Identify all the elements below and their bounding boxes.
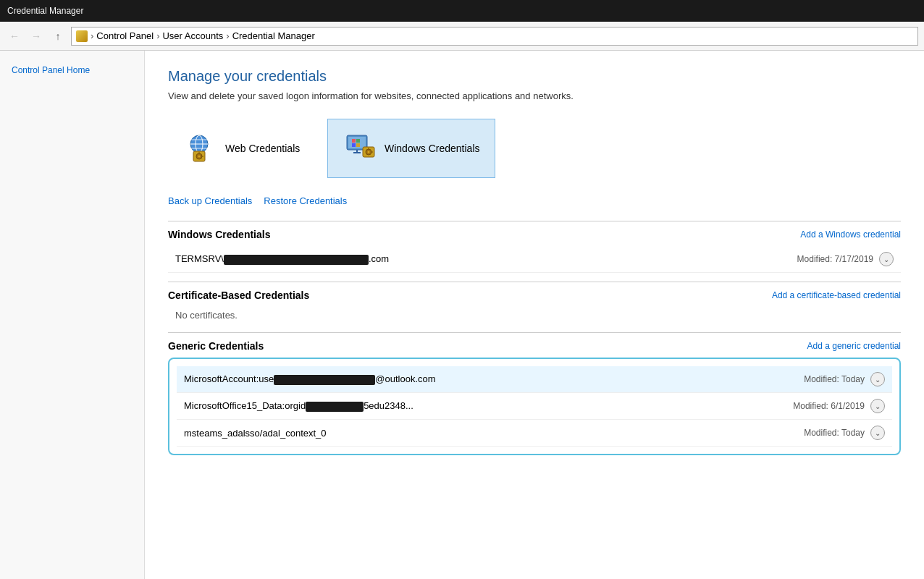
generic-credentials-highlight: MicrosoftAccount:use@outlook.com Modifie… (168, 358, 901, 455)
action-links: Back up Credentials Restore Credentials (168, 195, 901, 206)
sidebar: Control Panel Home (0, 51, 145, 579)
expand-button[interactable]: ⌄ (870, 399, 885, 413)
windows-credentials-section: Windows Credentials Add a Windows creden… (168, 221, 901, 273)
expand-button[interactable]: ⌄ (879, 252, 894, 266)
content-area: Manage your credentials View and delete … (145, 51, 924, 579)
back-button[interactable]: ← (6, 28, 23, 45)
globe-vault-icon (183, 131, 218, 166)
credential-tabs: Web Credentials (168, 119, 901, 178)
generic-credentials-section: Generic Credentials Add a generic creden… (168, 332, 901, 455)
credential-modified: Modified: 7/17/2019 (797, 254, 873, 264)
add-windows-credential-link[interactable]: Add a Windows credential (800, 229, 901, 240)
certificate-credentials-section: Certificate-Based Credentials Add a cert… (168, 282, 901, 324)
tab-web-credentials-label: Web Credentials (225, 143, 300, 154)
credential-name: MicrosoftAccount:use@outlook.com (184, 373, 804, 385)
tab-web-credentials[interactable]: Web Credentials (168, 119, 327, 178)
sidebar-control-panel-home[interactable]: Control Panel Home (0, 62, 144, 78)
restore-link[interactable]: Restore Credentials (264, 195, 347, 206)
title-bar-label: Credential Manager (7, 6, 83, 16)
generic-credentials-header: Generic Credentials Add a generic creden… (168, 340, 901, 352)
redacted-block (274, 375, 375, 385)
windows-credentials-header: Windows Credentials Add a Windows creden… (168, 229, 901, 240)
breadcrumb-user-accounts[interactable]: User Accounts (162, 30, 223, 41)
windows-vault-icon (343, 131, 377, 166)
backup-link[interactable]: Back up Credentials (168, 195, 252, 206)
certificate-credentials-header: Certificate-Based Credentials Add a cert… (168, 290, 901, 301)
breadcrumb-control-panel[interactable]: Control Panel (96, 30, 154, 41)
credential-modified: Modified: Today (804, 428, 865, 438)
title-bar: Credential Manager (0, 0, 924, 22)
svg-rect-15 (356, 143, 360, 147)
expand-button[interactable]: ⌄ (870, 426, 885, 440)
table-row: MicrosoftAccount:use@outlook.com Modifie… (177, 366, 892, 393)
page-title: Manage your credentials (168, 68, 901, 85)
add-generic-credential-link[interactable]: Add a generic credential (807, 341, 901, 351)
svg-rect-14 (352, 143, 356, 147)
address-bar: ← → ↑ › Control Panel › User Accounts › … (0, 22, 924, 51)
credential-modified: Modified: Today (804, 374, 865, 384)
generic-credentials-title: Generic Credentials (168, 340, 264, 352)
table-row: MicrosoftOffice15_Data:orgid5edu2348... … (177, 393, 892, 420)
main-layout: Control Panel Home Manage your credentia… (0, 51, 924, 579)
svg-rect-13 (356, 139, 360, 143)
forward-button[interactable]: → (28, 28, 45, 45)
table-row: TERMSRV\.com Modified: 7/17/2019 ⌄ (168, 246, 901, 273)
up-button[interactable]: ↑ (49, 28, 67, 45)
credential-modified: Modified: 6/1/2019 (793, 401, 865, 411)
add-certificate-credential-link[interactable]: Add a certificate-based credential (772, 290, 901, 300)
expand-button[interactable]: ⌄ (870, 372, 885, 386)
credential-name: MicrosoftOffice15_Data:orgid5edu2348... (184, 400, 793, 412)
svg-rect-12 (352, 139, 356, 143)
certificate-credentials-title: Certificate-Based Credentials (168, 290, 309, 301)
tab-windows-credentials-label: Windows Credentials (385, 143, 480, 154)
breadcrumb-bar: › Control Panel › User Accounts › Creden… (71, 27, 918, 46)
table-row: msteams_adalsso/adal_context_0 Modified:… (177, 420, 892, 447)
redacted-block (224, 255, 369, 265)
folder-icon (76, 30, 88, 42)
no-certificates-text: No certificates. (168, 307, 901, 324)
credential-name: msteams_adalsso/adal_context_0 (184, 428, 804, 439)
redacted-block (306, 402, 364, 412)
svg-point-7 (198, 156, 201, 158)
page-description: View and delete your saved logon informa… (168, 90, 901, 101)
breadcrumb-credential-manager[interactable]: Credential Manager (232, 30, 315, 41)
windows-credentials-title: Windows Credentials (168, 229, 270, 240)
credential-name: TERMSRV\.com (175, 253, 797, 265)
tab-windows-credentials[interactable]: Windows Credentials (327, 119, 495, 178)
svg-point-20 (368, 151, 370, 153)
